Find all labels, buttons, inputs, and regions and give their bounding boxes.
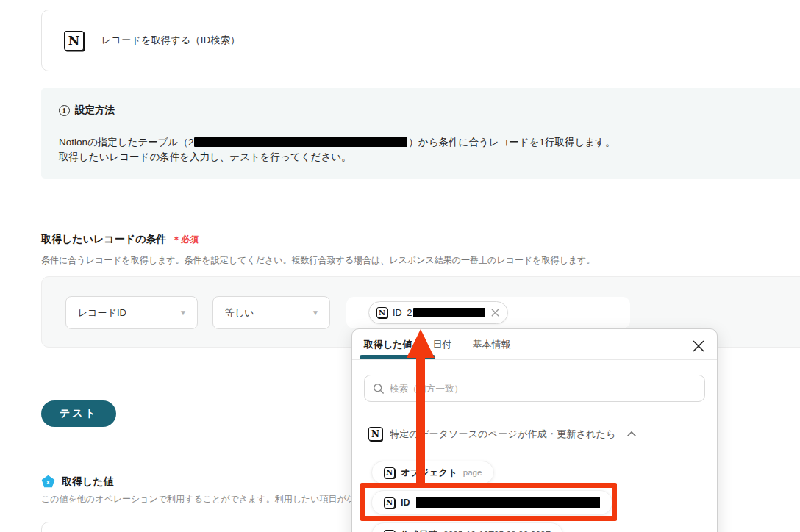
popup-tab-bar: 取得した値 日付 基本情報 xyxy=(352,329,717,360)
redacted-chip-value xyxy=(413,308,485,317)
condition-section-title: 取得したいレコードの条件＊必須 xyxy=(41,233,199,246)
trigger-group-label: 特定のデータソースのページが作成・更新されたら xyxy=(390,428,616,441)
value-item-label: 作成日時 xyxy=(401,529,438,532)
search-icon xyxy=(373,383,385,395)
info-line1-suffix: ）から条件に合うレコードを1行取得します。 xyxy=(408,137,615,148)
redacted-table-id xyxy=(194,137,407,147)
chip-remove-icon[interactable] xyxy=(490,308,500,317)
popup-close-icon[interactable] xyxy=(691,339,706,353)
svg-text:x: x xyxy=(46,478,51,486)
value-chip[interactable]: N ID 2 xyxy=(368,301,508,324)
trigger-group-header[interactable]: N 特定のデータソースのページが作成・更新されたら xyxy=(368,427,637,441)
result-section-heading: x 取得した値 xyxy=(41,475,114,489)
setup-info-box: i 設定方法 Notionの指定したテーブル（2）から条件に合うレコードを1行取… xyxy=(41,88,800,179)
test-button[interactable]: テスト xyxy=(41,400,116,427)
notion-icon: N xyxy=(368,427,382,441)
operator-select[interactable]: 等しい ▼ xyxy=(213,296,330,329)
info-body-line2: 取得したいレコードの条件を入力し、テストを行ってください。 xyxy=(59,150,800,165)
notion-icon: N xyxy=(384,530,395,532)
notion-icon: N xyxy=(376,307,388,318)
action-header-card[interactable]: N レコードを取得する（ID検索） xyxy=(41,10,800,71)
page: N レコードを取得する（ID検索） i 設定方法 Notionの指定したテーブル… xyxy=(0,0,800,532)
value-item-label: ID xyxy=(401,497,410,508)
chip-value-prefix: 2 xyxy=(407,308,413,318)
popup-search-box xyxy=(364,375,705,402)
chevron-up-icon xyxy=(626,431,637,437)
info-icon: i xyxy=(59,105,70,116)
condition-description: 条件に合うレコードを取得します。条件を設定してください。複数行合致する場合は、レ… xyxy=(41,254,595,267)
result-description: この値を他のオペレーションで利用することができます。利用したい項目がない場合は、 xyxy=(41,493,400,506)
active-tab-underline xyxy=(360,355,435,359)
info-line1-prefix: Notionの指定したテーブル（2 xyxy=(59,137,193,148)
tab-basic-info[interactable]: 基本情報 xyxy=(473,338,511,351)
info-body-line1: Notionの指定したテーブル（2）から条件に合うレコードを1行取得します。 xyxy=(59,135,800,150)
value-item-created-at[interactable]: N 作成日時 2025-12-12T05:28:00.000Z xyxy=(371,522,563,532)
notion-icon: N xyxy=(384,467,395,478)
required-badge: ＊必須 xyxy=(172,234,199,245)
chevron-down-icon: ▼ xyxy=(312,309,319,317)
notion-icon: N xyxy=(384,497,395,508)
tab-fetched-values[interactable]: 取得した値 xyxy=(364,338,413,351)
action-title: レコードを取得する（ID検索） xyxy=(101,34,240,47)
info-heading-row: i 設定方法 xyxy=(59,104,800,117)
chip-value: 2 xyxy=(407,308,486,318)
value-picker-popup: 取得した値 日付 基本情報 N 特定のデータソースのページが作成・更新されたら … xyxy=(351,328,718,532)
condition-value-field[interactable]: N ID 2 xyxy=(346,297,630,328)
chevron-down-icon: ▼ xyxy=(179,309,187,317)
value-item-label: オブジェクト xyxy=(401,467,457,479)
info-body: Notionの指定したテーブル（2）から条件に合うレコードを1行取得します。 取… xyxy=(59,135,800,165)
value-item-object[interactable]: N オブジェクト page xyxy=(371,461,494,484)
value-item-id[interactable]: N ID xyxy=(371,490,612,515)
condition-title-text: 取得したいレコードの条件 xyxy=(41,233,166,245)
info-heading: 設定方法 xyxy=(75,104,115,117)
notion-icon: N xyxy=(64,31,84,51)
record-field-select[interactable]: レコードID ▼ xyxy=(65,296,198,329)
tab-date[interactable]: 日付 xyxy=(433,338,452,351)
value-item-value: page xyxy=(463,468,482,477)
operator-value: 等しい xyxy=(225,306,254,320)
output-badge-icon: x xyxy=(41,475,55,489)
result-title: 取得した値 xyxy=(62,475,114,489)
popup-search-input[interactable] xyxy=(390,384,696,394)
redacted-id-value xyxy=(416,497,600,508)
chip-label: ID xyxy=(393,308,402,318)
record-field-value: レコードID xyxy=(78,306,126,320)
